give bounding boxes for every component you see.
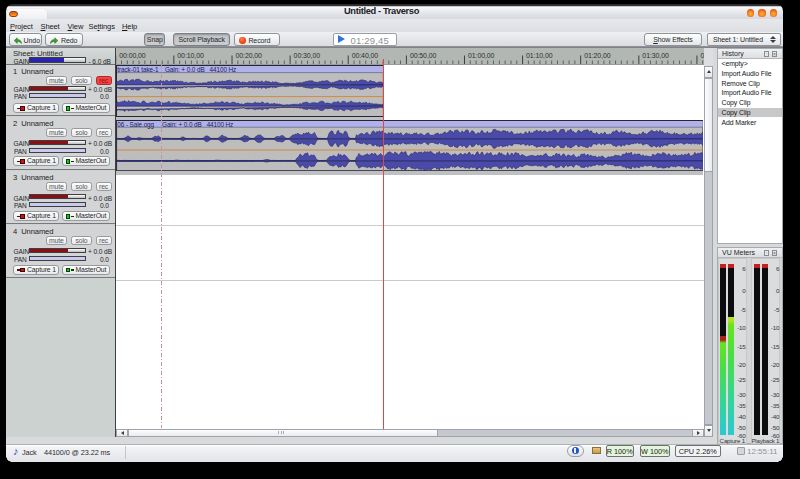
svg-text:01:00,00: 01:00,00 xyxy=(468,52,495,59)
svg-text:00:10,00: 00:10,00 xyxy=(177,52,204,59)
svg-text:01:10,00: 01:10,00 xyxy=(526,52,553,59)
svg-text:01:30,00: 01:30,00 xyxy=(642,52,669,59)
svg-text:00:50,00: 00:50,00 xyxy=(410,52,437,59)
svg-text:00:40,00: 00:40,00 xyxy=(352,52,379,59)
svg-text:00:20,00: 00:20,00 xyxy=(235,52,262,59)
svg-text:00:00,00: 00:00,00 xyxy=(119,52,146,59)
svg-text:00:30,00: 00:30,00 xyxy=(293,52,320,59)
svg-text:01:20,00: 01:20,00 xyxy=(584,52,611,59)
